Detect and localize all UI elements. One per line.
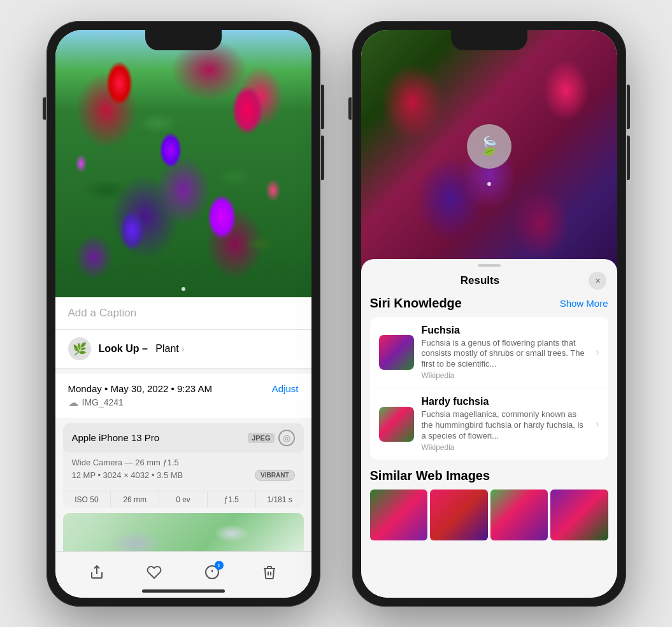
adjust-button[interactable]: Adjust [272,383,299,394]
similar-image-4[interactable] [550,490,608,540]
exif-shutter: 1/181 s [256,491,304,508]
knowledge-card: Fuchsia Fuchsia is a genus of flowering … [370,317,608,460]
phone-1-content: Add a Caption 🌿 Look Up – Plant › [55,30,311,598]
map-overlay [63,513,304,551]
exif-aperture: ƒ1.5 [208,491,256,508]
similar-image-2[interactable] [430,490,488,540]
hardy-fuchsia-chevron-icon: › [596,418,599,430]
filter-badge: VIBRANT [255,470,294,481]
similar-image-3[interactable] [490,490,548,540]
exif-row: ISO 50 26 mm 0 ev ƒ1.5 1/181 s [63,491,304,508]
phone-2-content: 🍃 Results × [361,30,617,598]
like-button[interactable] [141,560,167,585]
show-more-button[interactable]: Show More [560,298,608,309]
hardy-fuchsia-desc: Fuchsia magellanica, commonly known as t… [422,409,589,442]
photo-date: Monday • May 30, 2022 • 9:23 AM [68,383,212,394]
similar-images-section: Similar Web Images [361,468,617,540]
phone-2: 🍃 Results × [352,21,626,607]
results-panel: Results × Siri Knowledge Show More [361,259,617,598]
lookup-subject: Plant [155,343,178,355]
resolution: 12 MP • 3024 × 4032 • 3.5 MB [72,470,183,480]
siri-knowledge-title: Siri Knowledge [370,296,462,311]
device-section: Apple iPhone 13 Pro JPEG ◎ Wide Camera —… [63,423,304,508]
caption-placeholder[interactable]: Add a Caption [68,307,137,319]
similar-image-1[interactable] [370,490,428,540]
fuchsia-desc: Fuchsia is a genus of flowering plants t… [422,338,589,370]
similar-images-grid [370,490,608,540]
exif-focal: 26 mm [111,491,159,508]
siri-connector-dot [487,182,491,186]
cloud-icon: ☁ [68,397,78,409]
resolution-row: 12 MP • 3024 × 4032 • 3.5 MB VIBRANT [72,470,295,481]
info-active-badge: i [215,561,224,570]
phone-1-screen: Add a Caption 🌿 Look Up – Plant › [55,30,311,598]
filename-row: ☁ IMG_4241 [68,397,299,409]
photo-area-2: 🍃 [361,30,617,272]
fuchsia-source: Wikipedia [422,371,589,380]
format-badge: JPEG [248,433,274,443]
camera-icon: ◎ [278,430,295,446]
hardy-fuchsia-text: Hardy fuchsia Fuchsia magellanica, commo… [422,396,589,452]
fuchsia-text: Fuchsia Fuchsia is a genus of flowering … [422,325,589,381]
fuchsia-chevron-icon: › [596,346,599,358]
info-button[interactable]: i [199,560,225,585]
photo-display[interactable] [55,30,311,297]
notch [145,30,222,50]
map-preview[interactable] [63,513,304,551]
caption-area[interactable]: Add a Caption [55,297,311,330]
hardy-fuchsia-thumbnail [379,407,414,442]
info-panel: Add a Caption 🌿 Look Up – Plant › [55,297,311,551]
device-row: Apple iPhone 13 Pro JPEG ◎ [63,423,304,453]
phone2-volume-down-button[interactable] [627,136,630,180]
fuchsia-thumb-img [379,335,414,370]
filename: IMG_4241 [82,397,124,407]
phones-container: Add a Caption 🌿 Look Up – Plant › [34,8,639,619]
knowledge-item-hardy-fuchsia[interactable]: Hardy fuchsia Fuchsia magellanica, commo… [370,388,608,460]
hardy-fuchsia-source: Wikipedia [422,443,589,452]
camera-type: Wide Camera — 26 mm ƒ1.5 [72,458,179,467]
date-row: Monday • May 30, 2022 • 9:23 AM Adjust [68,383,299,394]
fuchsia-name: Fuchsia [422,325,589,336]
phone-1: Add a Caption 🌿 Look Up – Plant › [46,21,320,607]
volume-down-button[interactable] [321,136,324,180]
exif-ev: 0 ev [159,491,208,508]
home-indicator[interactable] [142,589,225,593]
lookup-icon: 🌿 [68,337,91,360]
knowledge-item-fuchsia[interactable]: Fuchsia Fuchsia is a genus of flowering … [370,317,608,389]
exif-iso: ISO 50 [63,491,111,508]
lookup-label: Look Up – [99,343,148,355]
device-badges: JPEG ◎ [248,430,294,446]
meta-section: Monday • May 30, 2022 • 9:23 AM Adjust ☁… [55,374,311,418]
results-title: Results [461,274,499,287]
siri-knowledge-circle: 🍃 [467,124,511,169]
device-name: Apple iPhone 13 Pro [72,432,160,443]
share-button[interactable] [84,560,110,585]
phone2-volume-up-button[interactable] [627,85,630,129]
close-button[interactable]: × [589,272,606,290]
lookup-text: Look Up – Plant › [99,343,185,355]
results-header: Results × [361,267,617,296]
page-indicator [182,287,185,291]
delete-button[interactable] [257,560,282,585]
green-leaves [55,30,311,297]
siri-leaf-icon: 🍃 [478,136,500,157]
fuchsia-thumbnail [379,335,414,370]
phone-2-screen: 🍃 Results × [361,30,617,598]
hardy-fuchsia-name: Hardy fuchsia [422,396,589,407]
close-icon: × [595,276,600,286]
siri-knowledge-header: Siri Knowledge Show More [370,296,608,311]
siri-knowledge-section: Siri Knowledge Show More Fuchsia [361,296,617,460]
volume-up-button[interactable] [321,85,324,129]
lookup-row[interactable]: 🌿 Look Up – Plant › [55,330,311,369]
hardy-thumb-img [379,407,414,442]
phone2-notch [451,30,527,50]
lookup-chevron-icon: › [182,344,185,354]
camera-type-row: Wide Camera — 26 mm ƒ1.5 [72,458,295,467]
camera-details: Wide Camera — 26 mm ƒ1.5 12 MP • 3024 × … [63,453,304,488]
similar-images-title: Similar Web Images [370,468,608,483]
